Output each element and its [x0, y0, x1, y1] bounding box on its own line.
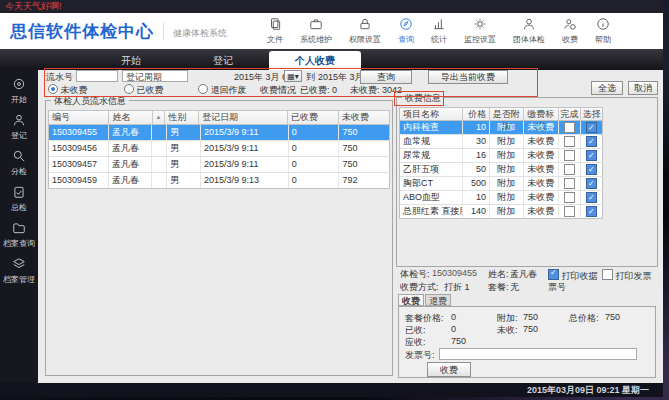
tab-personal-charges[interactable]: 个人收费	[269, 51, 361, 70]
app-header: 思信软件体检中心 健康体检系统 文件 系统维护 权限设置 查询 统计	[0, 13, 663, 49]
charge-row[interactable]: ABO血型 10 附加 未收费	[399, 191, 603, 205]
done-checkbox[interactable]	[564, 136, 575, 147]
info-icon	[596, 17, 610, 33]
radio-icon[interactable]	[124, 84, 134, 94]
toolbar-permissions[interactable]: 权限设置	[349, 17, 381, 45]
bar-chart-icon	[432, 17, 446, 33]
query-button[interactable]: 查询	[360, 70, 412, 84]
pay-mode-value: 打折 1	[444, 281, 470, 294]
checkbox-icon[interactable]	[602, 269, 613, 280]
tab-register[interactable]: 登记	[177, 51, 269, 70]
exam-no-label: 体检号:	[400, 268, 430, 281]
start-circle-icon	[12, 77, 26, 93]
done-checkbox[interactable]	[564, 164, 575, 175]
select-checkbox[interactable]	[586, 122, 597, 133]
select-all-button[interactable]: 全选	[591, 81, 623, 95]
print-invoice-checkbox[interactable]: 打印发票	[602, 268, 652, 283]
sort-indicator-icon[interactable]: ▲	[153, 111, 165, 124]
done-checkbox[interactable]	[564, 192, 575, 203]
checkbox-icon[interactable]	[548, 269, 559, 280]
calendar-dropdown-button[interactable]: ▦▾	[284, 70, 302, 82]
select-checkbox[interactable]	[586, 150, 597, 161]
done-checkbox[interactable]	[564, 178, 575, 189]
file-icon	[268, 17, 282, 33]
person-icon	[12, 113, 26, 129]
sidebar-item-archive-search[interactable]: 档案查询	[3, 221, 35, 249]
select-checkbox[interactable]	[586, 178, 597, 189]
select-checkbox[interactable]	[586, 136, 597, 147]
charge-row[interactable]: 尿常规 16 附加 未收费	[399, 149, 603, 163]
tab-refund[interactable]: 退费	[425, 294, 451, 306]
window-titlebar: 今天天气好啊!	[0, 0, 663, 13]
filter-voided-radio[interactable]: 退回作废	[198, 83, 247, 97]
person-row[interactable]: 150309457 孟凡春 男 2015/3/9 9:11 0 750	[48, 157, 390, 173]
toolbar-group-exam[interactable]: 团体体检	[513, 17, 545, 45]
clipboard-check-icon	[12, 185, 26, 201]
charge-row[interactable]: 乙肝五项 50 附加 未收费	[399, 163, 603, 177]
tab-start[interactable]: 开始	[85, 51, 177, 70]
toolbar-statistics[interactable]: 统计	[431, 17, 447, 45]
total-value: 750	[605, 312, 620, 322]
charge-info-title: 收费信息	[402, 92, 444, 105]
sidebar-item-start[interactable]: 开始	[11, 77, 27, 105]
left-sidebar: 开始 登记 分检 总检 档案查询 档案管理	[0, 70, 38, 383]
sidebar-item-final-check[interactable]: 总检	[11, 185, 27, 213]
done-checkbox[interactable]	[564, 122, 575, 133]
folder-icon	[12, 221, 26, 237]
invoice-no-input[interactable]	[439, 348, 637, 360]
sidebar-item-triage[interactable]: 分检	[11, 149, 27, 177]
toolbar-help[interactable]: 帮助	[595, 17, 611, 45]
addon-value: 750	[523, 312, 538, 322]
tab-charge[interactable]: 收费	[398, 294, 424, 306]
unreceived-value: 750	[523, 324, 538, 334]
charge-summary-label: 收费情况	[260, 84, 296, 97]
unreceived-label: 未收:	[497, 324, 518, 337]
app-window: 今天天气好啊! 思信软件体检中心 健康体检系统 文件 系统维护 权限设置 查询	[0, 0, 663, 397]
select-checkbox[interactable]	[586, 164, 597, 175]
app-subtitle: 健康体检系统	[163, 23, 227, 40]
select-checkbox[interactable]	[586, 206, 597, 217]
charge-row[interactable]: 胸部CT 500 附加 未收费	[399, 177, 603, 191]
person-table-header: 编号 姓名 ▲ 性别 登记日期 已收费 未收费	[48, 110, 390, 125]
package-label: 套餐:	[488, 281, 509, 294]
filter-paid-radio[interactable]: 已收费	[124, 83, 164, 97]
pay-mode-label: 收费方式:	[400, 281, 439, 294]
sidebar-item-register[interactable]: 登记	[11, 113, 27, 141]
radio-icon[interactable]	[48, 84, 58, 94]
sidebar-item-archive-manage[interactable]: 档案管理	[3, 257, 35, 285]
charge-fields-group: 套餐价格: 0 附加: 750 总价格: 750 已收: 0 未收: 750 应…	[398, 306, 656, 378]
toolbar-maintenance[interactable]: 系统维护	[300, 17, 332, 45]
status-datetime: 2015年03月09日 09:21 星期一	[527, 385, 649, 395]
select-checkbox[interactable]	[586, 192, 597, 203]
charge-button[interactable]: 收费	[427, 362, 471, 377]
done-checkbox[interactable]	[564, 150, 575, 161]
export-current-charges-button[interactable]: 导出当前收费	[428, 70, 508, 84]
lock-icon	[358, 17, 372, 33]
charge-row[interactable]: 血常规 30 附加 未收费	[399, 135, 603, 149]
period-combo[interactable]: 登记周期	[122, 70, 188, 82]
toolbar-query[interactable]: 查询	[398, 17, 414, 45]
person-icon	[522, 17, 536, 33]
serial-input[interactable]	[76, 70, 118, 82]
name-label: 姓名:	[488, 268, 509, 281]
person-row[interactable]: 150309455 孟凡春 男 2015/3/9 9:11 0 750	[48, 125, 390, 141]
done-checkbox[interactable]	[564, 206, 575, 217]
date-range-to-label: 到	[306, 71, 315, 84]
charge-row[interactable]: 总胆红素 直接胆红素/间.. 140 附加 未收费	[399, 205, 603, 219]
person-row[interactable]: 150309456 孟凡春 男 2015/3/9 9:11 0 750	[48, 141, 390, 157]
weather-message: 今天天气好啊!	[5, 1, 62, 11]
due-value: 750	[451, 336, 466, 346]
toolbar-monitor-settings[interactable]: 监控设置	[464, 17, 496, 45]
charge-row[interactable]: 内科检查 10 附加 未收费	[399, 121, 603, 135]
charge-table: 项目名称 价格 是否附加 缴费标志 完成 选择 内科检查 10 附加 未收费 血…	[399, 107, 603, 219]
gear-icon	[473, 17, 487, 33]
person-list-title: 体检人员流水信息	[51, 95, 129, 108]
person-row[interactable]: 150309459 孟凡春 男 2015/3/9 9:13 0 792	[48, 173, 390, 189]
main-toolbar: 文件 系统维护 权限设置 查询 统计 监控设置	[267, 17, 611, 45]
cancel-button[interactable]: 取消	[628, 81, 658, 95]
toolbar-fees[interactable]: 收费	[562, 17, 578, 45]
toolbar-file[interactable]: 文件	[267, 17, 283, 45]
package-value: 无	[510, 281, 519, 294]
name-value: 孟凡春	[510, 268, 537, 281]
radio-icon[interactable]	[198, 84, 208, 94]
